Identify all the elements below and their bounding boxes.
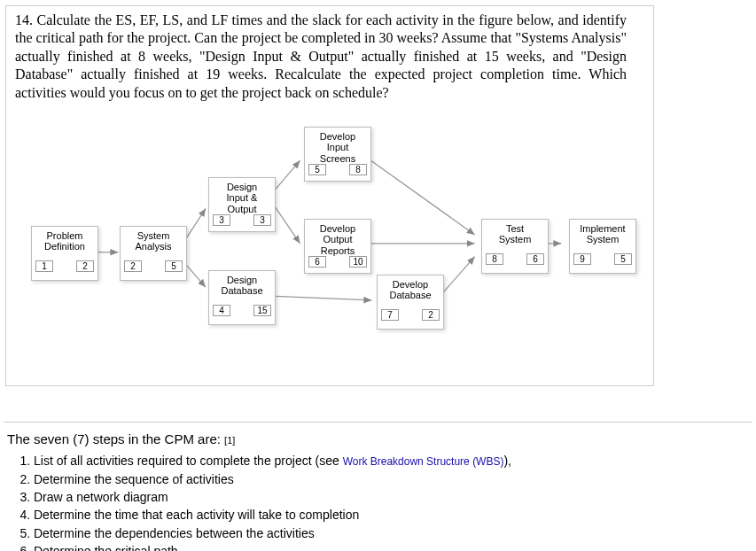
activity-develop-output-reports: DevelopOutputReports 6 10 <box>304 219 371 274</box>
activity-design-database: DesignDatabase 4 15 <box>208 270 276 325</box>
question-number: 14. <box>15 12 33 27</box>
activity-develop-input-screens: DevelopInputScreens 5 8 <box>304 127 371 182</box>
question-text: 14. Calculate the ES, EF, LS, and LF tim… <box>6 6 653 111</box>
answer-intro: The seven (7) steps in the CPM are: [1] <box>7 431 749 446</box>
step-5: Determine the dependencies between the a… <box>34 524 749 542</box>
section-divider <box>4 422 752 423</box>
network-diagram: ProblemDefinition 1 2 SystemAnalysis 2 5… <box>15 111 644 359</box>
svg-line-5 <box>270 296 371 300</box>
step-4: Determine the time that each activity wi… <box>34 506 749 524</box>
step-3: Draw a network diagram <box>34 488 749 506</box>
question-region: 14. Calculate the ES, EF, LS, and LF tim… <box>5 5 654 386</box>
question-body: Calculate the ES, EF, LS, and LF times a… <box>15 12 627 100</box>
activity-system-analysis: SystemAnalysis 2 5 <box>120 226 187 281</box>
activity-implement-system: ImplementSystem 9 5 <box>569 219 636 274</box>
svg-line-6 <box>364 157 474 236</box>
step-2: Determine the sequence of activities <box>34 470 749 488</box>
wbs-link[interactable]: Work Breakdown Structure (WBS) <box>343 455 504 468</box>
activity-test-system: TestSystem 8 6 <box>481 219 549 274</box>
citation: [1] <box>224 435 235 446</box>
activity-develop-database: DevelopDatabase 7 2 <box>377 275 444 330</box>
activity-problem-definition: ProblemDefinition 1 2 <box>31 226 98 281</box>
activity-design-io: DesignInput &Output 3 3 <box>208 177 276 232</box>
step-1: List of all activities required to compl… <box>34 452 749 470</box>
cpm-steps-list: List of all activities required to compl… <box>21 452 749 551</box>
answer-intro-text: The seven (7) steps in the CPM are: <box>7 431 221 446</box>
step-6: Determine the critical path <box>34 542 749 551</box>
